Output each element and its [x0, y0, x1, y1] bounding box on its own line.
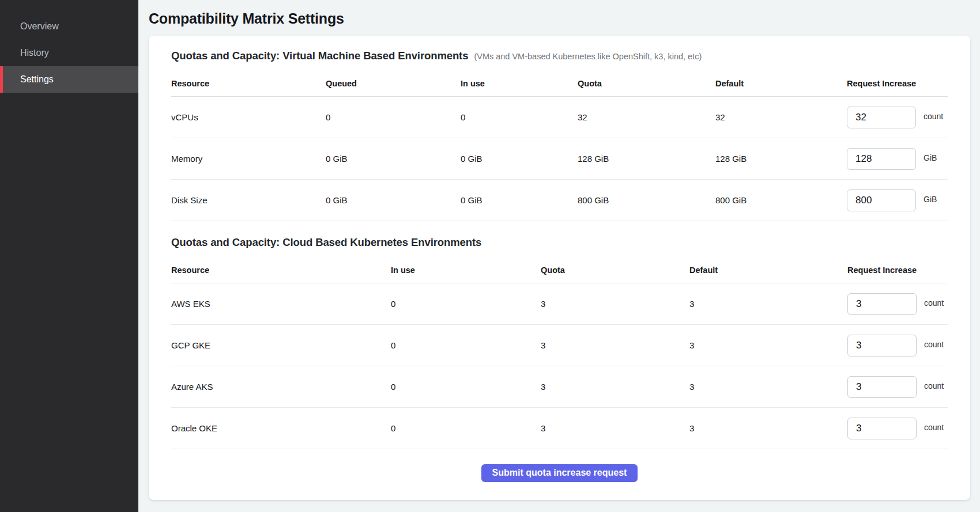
submit-row: Submit quota increase request [171, 449, 948, 496]
column-header-default: Default [689, 266, 847, 275]
resource-name: Disk Size [171, 195, 326, 205]
in-use-value: 0 [391, 340, 541, 350]
vcpus-request-input[interactable] [847, 107, 916, 128]
column-header-quota: Quota [578, 79, 715, 88]
in-use-value: 0 GiB [461, 154, 578, 164]
gcp-gke-request-input[interactable] [847, 335, 917, 356]
disk-size-request-input[interactable] [847, 189, 916, 211]
azure-aks-request-input[interactable] [847, 376, 917, 398]
column-header-queued: Queued [326, 79, 461, 88]
unit-label: count [924, 340, 944, 349]
cloud-table-header: Resource In use Quota Default Request In… [171, 257, 948, 283]
request-increase-cell: count [847, 418, 948, 439]
quota-value: 3 [541, 299, 689, 309]
main-content: Compatibility Matrix Settings Quotas and… [138, 0, 980, 512]
column-header-request-increase: Request Increase [847, 79, 948, 88]
in-use-value: 0 [391, 299, 541, 309]
in-use-value: 0 [461, 112, 578, 122]
default-value: 3 [689, 340, 847, 350]
queued-value: 0 GiB [326, 195, 461, 205]
quota-value: 32 [578, 112, 715, 122]
unit-label: count [924, 298, 944, 308]
request-increase-cell: count [847, 293, 948, 315]
page-title: Compatibility Matrix Settings [149, 10, 970, 27]
sidebar-item-settings[interactable]: Settings [0, 66, 138, 93]
column-header-resource: Resource [171, 266, 391, 275]
column-header-default: Default [715, 79, 847, 88]
resource-name: vCPUs [171, 112, 326, 122]
in-use-value: 0 [391, 382, 541, 392]
table-row-aws-eks: AWS EKS 0 3 3 count [171, 283, 948, 325]
unit-label: count [924, 112, 943, 121]
sidebar-item-overview[interactable]: Overview [0, 13, 138, 40]
resource-name: Azure AKS [171, 382, 391, 392]
default-value: 3 [689, 382, 847, 392]
request-increase-cell: count [847, 376, 948, 398]
column-header-in-use: In use [461, 79, 578, 88]
aws-eks-request-input[interactable] [847, 293, 917, 315]
table-row-memory: Memory 0 GiB 0 GiB 128 GiB 128 GiB GiB [171, 138, 948, 180]
settings-card: Quotas and Capacity: Virtual Machine Bas… [149, 36, 970, 500]
unit-label: GiB [924, 195, 937, 204]
section-cloud-heading: Quotas and Capacity: Cloud Based Kuberne… [171, 236, 481, 249]
queued-value: 0 [326, 112, 461, 122]
quota-value: 800 GiB [578, 195, 715, 205]
column-header-request-increase: Request Increase [847, 266, 948, 275]
memory-request-input[interactable] [847, 148, 916, 170]
table-row-azure-aks: Azure AKS 0 3 3 count [171, 366, 948, 408]
request-increase-cell: GiB [847, 189, 948, 211]
unit-label: count [924, 381, 944, 390]
column-header-in-use: In use [391, 266, 541, 275]
quota-value: 3 [541, 382, 689, 392]
default-value: 3 [689, 299, 847, 309]
resource-name: Memory [171, 154, 326, 164]
request-increase-cell: GiB [847, 148, 948, 170]
submit-quota-increase-button[interactable]: Submit quota increase request [481, 464, 638, 482]
request-increase-cell: count [847, 335, 948, 356]
section-vm-heading: Quotas and Capacity: Virtual Machine Bas… [171, 50, 468, 62]
queued-value: 0 GiB [326, 154, 461, 164]
table-row-disk-size: Disk Size 0 GiB 0 GiB 800 GiB 800 GiB Gi… [171, 180, 948, 221]
section-cloud-heading-row: Quotas and Capacity: Cloud Based Kuberne… [171, 236, 948, 249]
sidebar-item-history[interactable]: History [0, 40, 138, 66]
oracle-oke-request-input[interactable] [847, 418, 917, 439]
default-value: 32 [715, 112, 847, 122]
default-value: 3 [689, 423, 847, 433]
app-window: Overview History Settings Compatibility … [0, 0, 980, 512]
table-row-vcpus: vCPUs 0 0 32 32 count [171, 97, 948, 138]
column-header-quota: Quota [541, 266, 689, 275]
in-use-value: 0 [391, 423, 541, 433]
quota-value: 128 GiB [578, 154, 715, 164]
table-row-oracle-oke: Oracle OKE 0 3 3 count [171, 408, 948, 449]
default-value: 128 GiB [715, 154, 847, 164]
section-cloud-k8s-environments: Quotas and Capacity: Cloud Based Kuberne… [171, 236, 948, 449]
in-use-value: 0 GiB [461, 195, 578, 205]
resource-name: Oracle OKE [171, 423, 391, 433]
request-increase-cell: count [847, 107, 948, 128]
resource-name: GCP GKE [171, 340, 391, 350]
vm-table-header: Resource Queued In use Quota Default Req… [171, 70, 948, 97]
section-vm-environments: Quotas and Capacity: Virtual Machine Bas… [171, 50, 948, 221]
section-vm-subtitle: (VMs and VM-based Kubernetes like OpenSh… [474, 52, 702, 61]
unit-label: GiB [924, 153, 937, 162]
quota-value: 3 [541, 340, 689, 350]
table-row-gcp-gke: GCP GKE 0 3 3 count [171, 325, 948, 366]
quota-value: 3 [541, 423, 689, 433]
section-vm-heading-row: Quotas and Capacity: Virtual Machine Bas… [171, 50, 948, 62]
column-header-resource: Resource [171, 79, 326, 88]
sidebar: Overview History Settings [0, 0, 138, 512]
default-value: 800 GiB [715, 195, 847, 205]
unit-label: count [924, 423, 944, 432]
resource-name: AWS EKS [171, 299, 391, 309]
